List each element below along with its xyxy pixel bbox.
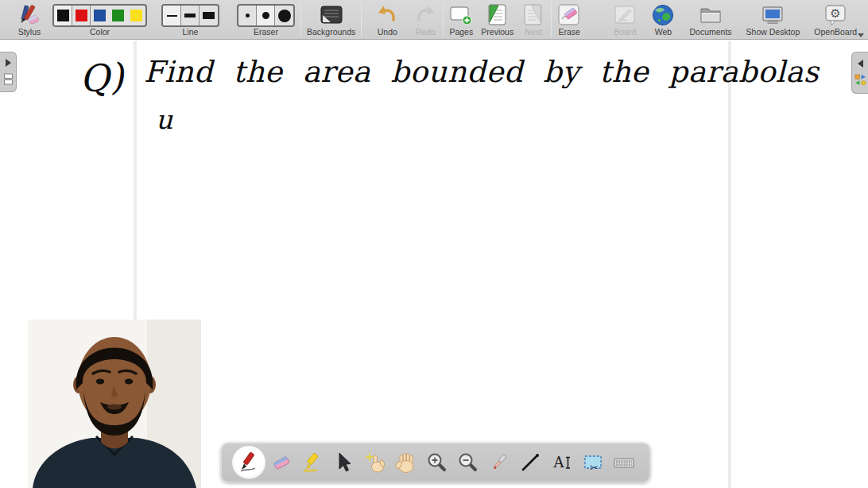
board-button: Board xyxy=(613,0,637,37)
color-options xyxy=(52,4,147,27)
openboard-gear-icon: ⚙ xyxy=(823,3,847,27)
medium-eraser-icon xyxy=(262,12,269,19)
capture-tool-button[interactable]: ✂ xyxy=(578,446,608,479)
zoom-in-icon xyxy=(426,451,448,474)
undo-icon xyxy=(375,3,399,27)
pointer-tool-button[interactable] xyxy=(484,446,514,479)
thin-line-icon xyxy=(167,15,177,17)
zoom-out-icon xyxy=(457,451,479,474)
toolbar-separator xyxy=(443,2,444,37)
board-label: Board xyxy=(614,27,636,37)
undo-button[interactable]: Undo xyxy=(375,0,399,37)
webcam-overlay xyxy=(28,320,201,488)
show-desktop-label: Show Desktop xyxy=(746,27,800,37)
line-group: Line xyxy=(161,0,219,37)
handwriting-question-prefix: Q) xyxy=(78,55,126,102)
zoom-out-tool-button[interactable] xyxy=(453,446,483,479)
expand-left-panel-icon xyxy=(6,59,11,67)
redo-icon xyxy=(413,3,437,27)
color-swatch-green[interactable] xyxy=(109,6,127,25)
whiteboard-canvas[interactable]: Q) Find the area bounded by the parabola… xyxy=(0,41,868,488)
pages-label: Pages xyxy=(449,27,473,37)
pen-tool-button[interactable] xyxy=(232,446,265,479)
color-swatch-yellow[interactable] xyxy=(127,6,145,25)
selector-tool-button[interactable] xyxy=(328,446,358,479)
line-thin-option[interactable] xyxy=(163,6,181,25)
backgrounds-icon xyxy=(320,3,343,27)
highlighter-tool-button[interactable] xyxy=(297,446,327,479)
line-label: Line xyxy=(183,27,199,37)
stylus-icon xyxy=(17,3,41,27)
line-thick-option[interactable] xyxy=(200,6,218,25)
backgrounds-label: Backgrounds xyxy=(307,27,355,37)
large-eraser-icon xyxy=(278,10,291,22)
zoom-in-tool-button[interactable] xyxy=(422,446,452,479)
laser-pointer-icon xyxy=(488,451,510,474)
page-edge-line xyxy=(728,41,731,488)
web-label: Web xyxy=(655,27,672,37)
web-button[interactable]: Web xyxy=(651,0,675,37)
erase-page-icon xyxy=(557,3,581,27)
openboard-label: OpenBoard xyxy=(814,27,857,37)
presenter-video xyxy=(28,320,201,488)
text-tool-button[interactable]: A xyxy=(547,446,577,479)
eraser-tool-button[interactable] xyxy=(266,446,296,479)
right-panel-tab[interactable] xyxy=(851,52,868,94)
next-page-label: Next xyxy=(525,27,542,37)
medium-line-icon xyxy=(184,14,196,17)
highlighter-icon xyxy=(301,451,324,474)
pan-tool-button[interactable] xyxy=(391,446,421,479)
keyboard-icon xyxy=(613,451,635,474)
eraser-label: Eraser xyxy=(254,27,278,37)
redo-label: Redo xyxy=(416,27,436,37)
text-icon: A xyxy=(551,451,573,474)
redo-button: Redo xyxy=(413,0,437,37)
backgrounds-button[interactable]: Backgrounds xyxy=(307,0,355,37)
color-swatch-red[interactable] xyxy=(72,6,91,25)
pages-icon xyxy=(449,3,473,27)
openboard-menu-button[interactable]: ⚙ OpenBoard xyxy=(814,0,857,37)
line-options xyxy=(161,4,219,27)
toolbar-overflow-caret-icon[interactable] xyxy=(858,33,864,37)
toolbar-separator xyxy=(361,2,362,37)
openboard-app: Stylus Color xyxy=(0,0,868,488)
small-eraser-icon xyxy=(246,14,250,17)
virtual-keyboard-tool-button[interactable] xyxy=(609,446,639,479)
erase-button[interactable]: Erase xyxy=(557,0,581,37)
color-swatch-black[interactable] xyxy=(54,6,72,25)
web-globe-icon xyxy=(651,3,675,27)
documents-label: Documents xyxy=(689,27,731,37)
library-icon xyxy=(854,74,866,86)
eraser-medium-option[interactable] xyxy=(257,6,275,25)
stylus-button[interactable]: Stylus xyxy=(17,0,41,37)
pages-button[interactable]: Pages xyxy=(449,0,473,37)
svg-text:✂: ✂ xyxy=(590,462,599,474)
documents-folder-icon xyxy=(699,3,723,27)
eraser-icon xyxy=(270,451,293,474)
handwriting-line2: u xyxy=(156,104,172,135)
eraser-large-option[interactable] xyxy=(275,6,293,25)
next-page-button: Next xyxy=(521,0,545,37)
erase-label: Erase xyxy=(558,27,579,37)
svg-text:⚙: ⚙ xyxy=(830,6,840,21)
interact-hand-icon xyxy=(364,451,386,474)
thick-line-icon xyxy=(203,12,215,19)
capture-icon: ✂ xyxy=(582,451,604,474)
blue-swatch-icon xyxy=(94,10,106,21)
left-panel-tab[interactable] xyxy=(0,52,17,92)
play-interact-tool-button[interactable] xyxy=(360,446,390,479)
show-desktop-button[interactable]: Show Desktop xyxy=(746,0,800,37)
eraser-small-option[interactable] xyxy=(238,6,257,25)
bottom-toolbar: A ✂ xyxy=(221,443,650,482)
documents-button[interactable]: Documents xyxy=(689,0,731,37)
expand-right-panel-icon xyxy=(858,60,863,68)
toolbar-separator xyxy=(551,2,552,37)
eraser-options xyxy=(237,4,295,27)
handwriting-line1: Find the area bounded by the parabolas xyxy=(144,55,819,89)
color-group: Color xyxy=(52,0,147,37)
previous-page-button[interactable]: Previous xyxy=(481,0,513,37)
color-swatch-blue[interactable] xyxy=(91,6,109,25)
line-medium-option[interactable] xyxy=(181,6,200,25)
line-tool-button[interactable] xyxy=(515,446,545,479)
line-icon xyxy=(519,451,541,474)
